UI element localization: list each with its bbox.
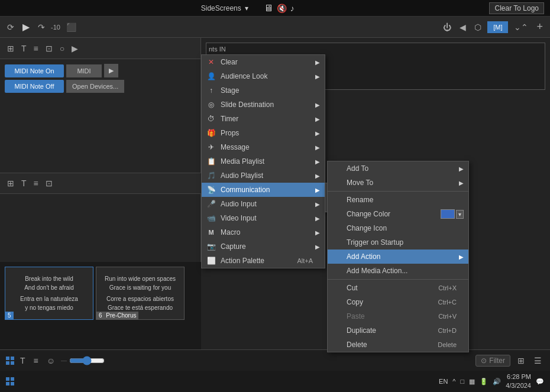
- list-view-btn-2[interactable]: ≡: [31, 177, 41, 189]
- slide-1[interactable]: Break into the wild And don't be afraid …: [5, 267, 93, 320]
- menu2-delete[interactable]: Delete Delete: [328, 338, 468, 352]
- color-swatch[interactable]: [441, 209, 455, 219]
- expand-btn[interactable]: ⌄⌃: [512, 21, 530, 33]
- menu2-duplicate[interactable]: Duplicate Ctrl+D: [328, 323, 468, 338]
- windows-icon[interactable]: [6, 357, 14, 365]
- slide-2[interactable]: Run into wide open spaces Grace is waiti…: [96, 267, 185, 320]
- timer-arrow: ▶: [315, 116, 320, 122]
- forward-btn[interactable]: ↷: [35, 21, 47, 33]
- text-view-btn[interactable]: T: [19, 43, 29, 54]
- capture-icon: 📷: [206, 242, 216, 251]
- menu-props[interactable]: 🎁 Props ▶: [202, 126, 325, 140]
- open-devices-btn[interactable]: Open Devices...: [66, 80, 124, 93]
- action-palette-label: Action Palette: [221, 257, 264, 265]
- notification-icon[interactable]: 💬: [536, 378, 544, 385]
- context-menu-1: ✕ Clear ▶ 👤 Audience Look ▶ ↑ Stage ◎ Sl…: [201, 54, 325, 268]
- stop-btn[interactable]: ⬛: [64, 21, 79, 33]
- menu-message[interactable]: ✈ Message ▶: [202, 140, 325, 154]
- props-label: Props: [221, 129, 239, 137]
- play-small-btn[interactable]: ▶: [69, 43, 80, 54]
- menu2-add-action[interactable]: Add Action ▶: [328, 250, 468, 264]
- slide-2-line2: Grace is waiting for you: [105, 283, 176, 292]
- add-to-label: Add To: [347, 164, 368, 173]
- m-tab-btn[interactable]: [M]: [487, 21, 508, 33]
- menu-timer[interactable]: ⏱ Timer ▶: [202, 112, 325, 126]
- caret-up-icon[interactable]: ^: [452, 378, 455, 385]
- slider-container: —: [61, 356, 105, 365]
- taskbar-windows-icon[interactable]: [6, 377, 14, 385]
- add-btn[interactable]: +: [534, 20, 545, 34]
- menu2-change-color[interactable]: Change Color ▾: [328, 207, 468, 221]
- menu-video-input[interactable]: 📹 Video Input ▶: [202, 211, 325, 225]
- paste-shortcut: Ctrl+V: [438, 313, 457, 320]
- filter-icon: ⊙: [481, 357, 487, 365]
- layout-btn-2[interactable]: ⊡: [43, 177, 55, 189]
- menu2-add-to[interactable]: Add To ▶: [328, 161, 468, 176]
- props-arrow: ▶: [315, 130, 320, 137]
- replay-btn[interactable]: ⟳: [5, 21, 17, 33]
- menu-audio-playlist[interactable]: 🎵 Audio Playlist ▶: [202, 169, 325, 183]
- slide-2-line3: Corre a espacios abiertos: [105, 294, 176, 303]
- audio-playlist-label: Audio Playlist: [221, 171, 263, 180]
- menu2-add-media-action[interactable]: Add Media Action...: [328, 264, 468, 278]
- power-btn[interactable]: ⏻: [441, 21, 454, 33]
- menu-stage[interactable]: ↑ Stage: [202, 83, 325, 98]
- menu-communication[interactable]: 📡 Communication ▶ MIDI Note On MIDI Note…: [202, 183, 325, 197]
- video-input-label: Video Input: [221, 214, 257, 222]
- zoom-slider[interactable]: [69, 356, 105, 365]
- send-btn[interactable]: ◀: [457, 21, 468, 33]
- color-dropdown-btn[interactable]: ▾: [456, 210, 464, 219]
- points-in-label: nts IN: [209, 46, 226, 53]
- list-toggle-btn[interactable]: ☰: [532, 355, 544, 367]
- music-icon[interactable]: ♪: [290, 4, 295, 13]
- layout-btn[interactable]: ⊡: [43, 43, 55, 54]
- layers-btn[interactable]: ⬡: [472, 21, 484, 33]
- play-btn[interactable]: ▶: [20, 20, 32, 34]
- move-to-arrow: ▶: [459, 180, 464, 186]
- dropdown-icon[interactable]: ▾: [245, 4, 248, 12]
- media-playlist-icon: 📋: [206, 157, 216, 166]
- clear-to-logo-btn[interactable]: Clear To Logo: [489, 2, 544, 14]
- trigger-startup-label: Trigger on Startup: [347, 238, 403, 247]
- midi-note-off-btn[interactable]: MIDI Note Off: [5, 80, 64, 93]
- add-media-action-label: Add Media Action...: [347, 267, 407, 275]
- sidescreens-label: SideScreens: [201, 4, 241, 12]
- menu2-trigger-startup[interactable]: Trigger on Startup: [328, 235, 468, 250]
- menu-clear[interactable]: ✕ Clear ▶: [202, 55, 325, 69]
- menu-audience-look[interactable]: 👤 Audience Look ▶: [202, 69, 325, 83]
- taskbar-left: [6, 377, 14, 385]
- filter-label[interactable]: Filter: [489, 357, 505, 365]
- midi-arrow-btn-1[interactable]: ▶: [104, 64, 118, 77]
- slide-1-num: 5: [5, 312, 14, 319]
- menu-media-playlist[interactable]: 📋 Media Playlist ▶: [202, 154, 325, 169]
- menu2-paste[interactable]: Paste Ctrl+V: [328, 309, 468, 323]
- grid-view-btn-2[interactable]: ⊞: [5, 177, 17, 189]
- menu2-rename[interactable]: Rename: [328, 193, 468, 207]
- menu2-change-icon[interactable]: Change Icon: [328, 221, 468, 235]
- menu2-move-to[interactable]: Move To ▶: [328, 176, 468, 190]
- video-input-arrow: ▶: [315, 215, 320, 222]
- screen-icon[interactable]: 🖥: [264, 3, 273, 14]
- menu2-copy[interactable]: Copy Ctrl+C: [328, 295, 468, 309]
- mute-icon[interactable]: 🔇: [277, 4, 287, 13]
- menu-audio-input[interactable]: 🎤 Audio Input ▶: [202, 197, 325, 211]
- menu-action-palette[interactable]: ⬜ Action Palette Alt+A: [202, 254, 325, 268]
- list-view-btn[interactable]: ≡: [31, 43, 41, 54]
- copy-shortcut: Ctrl+C: [438, 299, 457, 306]
- record-btn[interactable]: ○: [57, 43, 67, 54]
- menu-capture[interactable]: 📷 Capture ▶: [202, 239, 325, 254]
- text-btn[interactable]: T: [18, 355, 28, 367]
- grid-toggle-btn[interactable]: ⊞: [515, 355, 527, 367]
- menu-slide-destination[interactable]: ◎ Slide Destination ▶: [202, 98, 325, 112]
- text-view-btn-2[interactable]: T: [19, 177, 29, 189]
- grid-view-btn[interactable]: ⊞: [5, 43, 17, 54]
- rename-label: Rename: [347, 196, 373, 204]
- midi-note-on-btn[interactable]: MIDI Note On: [5, 64, 64, 77]
- menu2-cut[interactable]: Cut Ctrl+X: [328, 281, 468, 295]
- midi-label-1: MIDI: [66, 64, 102, 77]
- lines-btn[interactable]: ≡: [31, 355, 41, 367]
- volume-icon[interactable]: 🔊: [493, 378, 501, 385]
- menu-macro[interactable]: M Macro ▶: [202, 225, 325, 239]
- smile-btn[interactable]: ☺: [44, 355, 57, 367]
- midi-note-off-row: MIDI Note Off Open Devices...: [5, 80, 196, 93]
